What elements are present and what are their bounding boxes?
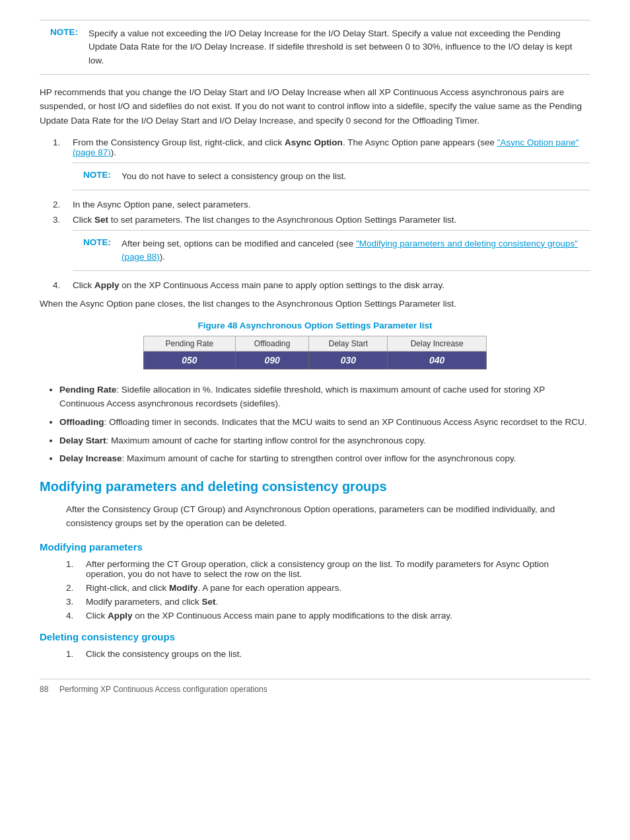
step-3-bold: Set [94,215,108,225]
mod-step-2: 2. Right-click, and click Modify. A pane… [66,583,590,593]
bullet-delay-increase: Delay Increase: Maximum amount of cache … [59,451,590,466]
step-4-text: Click Apply on the XP Continuous Access … [73,280,444,290]
sub-heading-deleting: Deleting consistency groups [40,631,590,642]
step-1-bold: Async Option [285,137,343,147]
cell-offloading: 090 [235,351,309,369]
bullet-3-bold: Delay Start [59,436,106,445]
mod-step-2-number: 2. [66,583,86,593]
bullet-4-text: : Maximum amount of cache for starting t… [122,453,516,463]
step-3-text: Click Set to set parameters. The list ch… [73,215,456,225]
footer: 88 Performing XP Continuous Access confi… [40,679,590,694]
note-text-3: After being set, options can be modified… [122,237,580,264]
bullet-2-text: : Offloading timer in seconds. Indicates… [104,417,587,427]
section-heading: Modifying parameters and deleting consis… [40,479,590,494]
note-3-link[interactable]: "Modifying parameters and deleting consi… [122,239,578,262]
cell-delay-increase: 040 [388,351,487,369]
mod-step-2-text: Right-click, and click Modify. A pane fo… [86,583,341,593]
step-2-number: 2. [53,200,73,210]
col-header-delay-start: Delay Start [309,336,388,351]
note-label-2: NOTE: [83,170,115,180]
step-4-bold: Apply [94,280,120,290]
note-text-1: Specify a value not exceeding the I/O De… [88,27,580,67]
mod-step-1-text: After performing the CT Group operation,… [86,559,590,579]
del-step-1-number: 1. [66,649,86,659]
mod-step-3-number: 3. [66,597,86,607]
note-label-3: NOTE: [83,237,115,247]
note-box-1: NOTE: Specify a value not exceeding the … [40,20,590,75]
mod-step-1: 1. After performing the CT Group operati… [66,559,590,579]
bullet-1-bold: Pending Rate [59,385,116,395]
note-text-2: You do not have to select a consistency … [122,170,346,183]
step-4: 4. Click Apply on the XP Continuous Acce… [53,280,590,290]
cell-pending-rate: 050 [144,351,236,369]
mod-step-4-number: 4. [66,611,86,621]
section-body: After the Consistency Group (CT Group) a… [66,502,590,531]
step-3-number: 3. [53,215,73,225]
bullet-2-bold: Offloading [59,417,104,427]
mod-step-3-text: Modify parameters, and click Set. [86,597,218,607]
mod-step-3-bold: Set [202,597,216,607]
body-text-2: When the Async Option pane closes, the l… [40,297,590,311]
note-box-3: NOTE: After being set, options can be mo… [73,230,590,272]
del-step-1-text: Click the consistency groups on the list… [86,649,242,659]
step-1: 1. From the Consistency Group list, righ… [53,137,590,157]
sub-heading-modifying: Modifying parameters [40,541,590,553]
cell-delay-start: 030 [309,351,388,369]
footer-page-number: 88 [40,685,48,694]
bullet-delay-start: Delay Start: Maximum amount of cache for… [59,434,590,448]
note-box-2: NOTE: You do not have to select a consis… [73,163,590,190]
bullet-1-text: : Sidefile allocation in %. Indicates si… [59,385,545,409]
body-text-1: HP recommends that you change the I/O De… [40,85,590,128]
mod-step-2-bold: Modify [169,583,198,593]
del-step-1: 1. Click the consistency groups on the l… [66,649,590,659]
footer-text: Performing XP Continuous Access configur… [59,685,267,694]
modifying-steps: 1. After performing the CT Group operati… [66,559,590,621]
param-table: Pending Rate Offloading Delay Start Dela… [143,336,487,369]
step-1-number: 1. [53,137,73,157]
step-1-text: From the Consistency Group list, right-c… [73,137,590,157]
mod-step-4: 4. Click Apply on the XP Continuous Acce… [66,611,590,621]
col-header-offloading: Offloading [235,336,309,351]
step-2-text: In the Async Option pane, select paramet… [73,200,250,210]
step-4-number: 4. [53,280,73,290]
bullet-offloading: Offloading: Offloading timer in seconds.… [59,415,590,430]
step-2: 2. In the Async Option pane, select para… [53,200,590,210]
bullet-pending-rate: Pending Rate: Sidefile allocation in %. … [59,383,590,411]
bullet-4-bold: Delay Increase [59,453,122,463]
figure-title: Figure 48 Asynchronous Option Settings P… [40,321,590,330]
table-figure: Pending Rate Offloading Delay Start Dela… [143,336,487,369]
mod-step-4-bold: Apply [108,611,133,621]
mod-step-3: 3. Modify parameters, and click Set. [66,597,590,607]
bullet-list: Pending Rate: Sidefile allocation in %. … [59,383,590,466]
mod-step-1-number: 1. [66,559,86,579]
bullet-3-text: : Maximum amount of cache for starting i… [106,436,426,445]
mod-step-4-text: Click Apply on the XP Continuous Access … [86,611,452,621]
note-label-1: NOTE: [50,27,82,37]
deleting-steps: 1. Click the consistency groups on the l… [66,649,590,659]
col-header-pending-rate: Pending Rate [144,336,236,351]
col-header-delay-increase: Delay Increase [388,336,487,351]
step-3: 3. Click Set to set parameters. The list… [53,215,590,225]
